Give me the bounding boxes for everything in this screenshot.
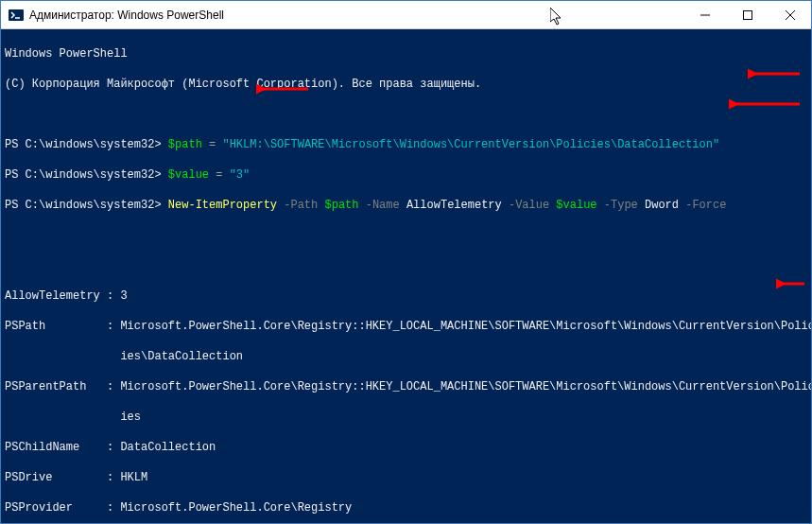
output-line: ies\DataCollection: [5, 349, 807, 364]
header-line: (C) Корпорация Майкрософт (Microsoft Cor…: [5, 77, 807, 92]
output-line: PSProvider : Microsoft.PowerShell.Core\R…: [5, 500, 807, 515]
svg-rect-3: [743, 10, 752, 19]
command-line: PS C:\windows\system32> $value = "3": [5, 167, 807, 183]
output-line: PSDrive : HKLM: [5, 470, 807, 485]
titlebar[interactable]: Администратор: Windows PowerShell: [1, 1, 811, 29]
output-line: PSChildName : DataCollection: [5, 440, 807, 455]
window-controls: [683, 1, 811, 28]
header-line: Windows PowerShell: [5, 46, 807, 61]
command-line: PS C:\windows\system32> $path = "HKLM:\S…: [5, 137, 807, 152]
terminal-area[interactable]: Windows PowerShell (C) Корпорация Майкро…: [1, 29, 811, 523]
window-title: Администратор: Windows PowerShell: [29, 9, 224, 22]
output-line: AllowTelemetry : 3: [5, 288, 807, 304]
output-line: ies: [5, 410, 807, 425]
powershell-window: Администратор: Windows PowerShell Window…: [0, 0, 812, 524]
output-line: PSPath : Microsoft.PowerShell.Core\Regis…: [5, 319, 807, 334]
maximize-button[interactable]: [726, 1, 769, 28]
output-line: PSParentPath : Microsoft.PowerShell.Core…: [5, 379, 807, 394]
close-button[interactable]: [769, 1, 811, 28]
minimize-button[interactable]: [683, 1, 726, 28]
command-line: PS C:\windows\system32> New-ItemProperty…: [5, 198, 807, 213]
svg-rect-0: [9, 9, 24, 21]
powershell-icon: [9, 8, 24, 23]
